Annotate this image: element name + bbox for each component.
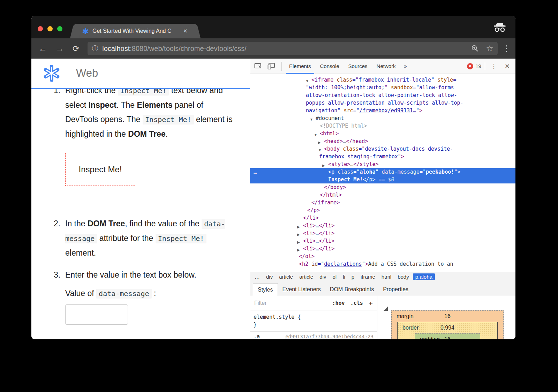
- bookmark-star-icon[interactable]: ☆: [486, 44, 493, 53]
- web-logo-asterisk-icon[interactable]: [43, 65, 60, 82]
- code-token: <style>: [328, 161, 350, 167]
- sidebar-tab-styles[interactable]: Styles: [253, 283, 278, 296]
- error-count[interactable]: 19: [475, 63, 481, 69]
- breadcrumb-item[interactable]: body: [395, 273, 412, 280]
- zoom-icon[interactable]: [471, 45, 479, 52]
- text: Right-click the: [65, 89, 118, 95]
- browser-tab[interactable]: Get Started With Viewing And C ✕: [76, 24, 195, 38]
- dom-node[interactable]: popups allow-presentation allow-scripts …: [250, 99, 515, 107]
- dom-node[interactable]: ▼#document: [250, 114, 515, 122]
- css-rule-row[interactable]: .a ed99131a7f77ba4…94e1bed4c44:23: [250, 332, 377, 339]
- breadcrumb-item[interactable]: p: [349, 273, 357, 280]
- breadcrumb-item[interactable]: iframe: [358, 273, 378, 280]
- dom-node[interactable]: <h2 id="declarations">Add a CSS declarat…: [250, 260, 515, 268]
- error-badge-icon[interactable]: ✕: [467, 63, 473, 69]
- inspect-me-box[interactable]: Inspect Me!: [65, 153, 135, 186]
- dom-node[interactable]: framebox staging-framebox">: [250, 153, 515, 160]
- data-message-input[interactable]: [65, 304, 128, 325]
- close-window-button[interactable]: [38, 26, 43, 31]
- breadcrumb-item[interactable]: li: [340, 273, 348, 280]
- zoom-window-button[interactable]: [57, 26, 62, 31]
- more-tabs-chevron[interactable]: »: [400, 63, 410, 69]
- dom-node[interactable]: navigation" src="/framebox/ed99131…">: [250, 107, 515, 114]
- device-toolbar-icon[interactable]: [267, 62, 275, 70]
- tab-network[interactable]: Network: [372, 59, 400, 74]
- toggle-class-button[interactable]: .cls: [350, 300, 363, 306]
- breadcrumb-item[interactable]: article: [297, 273, 316, 280]
- dom-node[interactable]: ▼<iframe class="framebox inherit-locale"…: [250, 76, 515, 84]
- text: Value of: [65, 289, 96, 298]
- dom-node[interactable]: "width: 100%;height:auto;" sandbox="allo…: [250, 84, 515, 91]
- code-token: aloha: [360, 169, 375, 175]
- url-field[interactable]: ⓘ localhost:8080/web/tools/chrome-devtoo…: [88, 42, 498, 55]
- dom-node[interactable]: ▶<li>…</li>: [250, 222, 515, 229]
- dom-node[interactable]: </body>: [250, 183, 515, 191]
- code-token: </body>: [324, 184, 346, 190]
- margin-value[interactable]: 16: [392, 313, 503, 319]
- sidebar-tab-event-listeners[interactable]: Event Listeners: [278, 283, 325, 296]
- tab-sources[interactable]: Sources: [344, 59, 372, 74]
- page-info-icon[interactable]: ⓘ: [92, 44, 98, 53]
- url-text[interactable]: localhost:8080/web/tools/chrome-devtools…: [102, 45, 471, 53]
- dom-node[interactable]: ▶<li>…</li>: [250, 229, 515, 237]
- breadcrumb-item[interactable]: …: [252, 273, 262, 280]
- dom-node[interactable]: ▶<li>…</li>: [250, 237, 515, 245]
- rule-selector[interactable]: .a: [254, 333, 260, 339]
- reload-button[interactable]: ⟳: [73, 45, 79, 53]
- browser-window: Get Started With Viewing And C ✕ ← → ⟳ ⓘ…: [31, 16, 515, 339]
- toolbar-divider: [281, 62, 282, 71]
- step-text: Right-click the Inspect Me! text below a…: [65, 89, 237, 186]
- dom-node[interactable]: </ol>: [250, 252, 515, 260]
- code-token: id: [311, 261, 318, 267]
- dom-node[interactable]: </li>: [250, 214, 515, 222]
- site-brand[interactable]: Web: [76, 67, 98, 80]
- element-style-rule[interactable]: element.style { }: [250, 310, 377, 332]
- border-value[interactable]: 0.994: [398, 325, 497, 331]
- dom-node[interactable]: <!DOCTYPE html>: [250, 122, 515, 130]
- steps-list: 1.Right-click the Inspect Me! text below…: [54, 89, 239, 325]
- tab-console[interactable]: Console: [316, 59, 344, 74]
- dom-node[interactable]: ▶<li>…</li>: [250, 245, 515, 252]
- devtools-toolbar: ElementsConsoleSourcesNetwork » ✕ 19 ⋮ ✕: [250, 59, 515, 74]
- breadcrumb-item[interactable]: ol: [330, 273, 339, 280]
- dom-node-selected[interactable]: Inspect Me!</p> == $0: [250, 176, 515, 183]
- padding-value[interactable]: 16: [415, 336, 480, 339]
- inspect-me-text: Inspect Me!: [78, 162, 122, 176]
- breadcrumb-item[interactable]: article: [277, 273, 295, 280]
- breadcrumb-item[interactable]: p.aloha: [413, 273, 435, 280]
- tab-elements[interactable]: Elements: [285, 59, 316, 74]
- box-model-padding[interactable]: padding 16: [415, 333, 480, 339]
- box-model-border[interactable]: border 0.994 padding 16: [397, 322, 498, 339]
- dom-node[interactable]: </p>: [250, 206, 515, 214]
- breadcrumb-item[interactable]: div: [264, 273, 275, 280]
- toggle-hover-button[interactable]: :hov: [332, 300, 345, 306]
- styles-filter-input[interactable]: Filter: [254, 300, 326, 306]
- dom-node[interactable]: ▶<style>…</style>: [250, 160, 515, 168]
- dom-node-selected[interactable]: …<p class="aloha" data-message="peekaboo…: [250, 168, 515, 176]
- code-token: </p>: [363, 176, 375, 183]
- selected-node-ellipsis-icon[interactable]: …: [254, 168, 257, 176]
- dom-node[interactable]: ▼<html>: [250, 130, 515, 137]
- devtools-menu-icon[interactable]: ⋮: [489, 62, 499, 70]
- new-style-rule-button[interactable]: +: [369, 300, 373, 307]
- dom-node[interactable]: ▼<body class="devsite-layout-docs devsit…: [250, 145, 515, 153]
- box-model-margin[interactable]: margin 16 border 0.994 padding: [391, 310, 504, 339]
- devtools-close-icon[interactable]: ✕: [503, 62, 512, 70]
- breadcrumb-item[interactable]: html: [379, 273, 394, 280]
- breadcrumb-item[interactable]: div: [317, 273, 329, 280]
- sidebar-tab-dom-breakpoints[interactable]: DOM Breakpoints: [325, 283, 378, 296]
- browser-menu-icon[interactable]: ⋮: [503, 44, 511, 53]
- minimize-window-button[interactable]: [47, 26, 53, 31]
- inspect-element-icon[interactable]: [254, 62, 262, 70]
- forward-button[interactable]: →: [55, 44, 64, 53]
- rule-source-link[interactable]: ed99131a7f77ba4…94e1bed4c44:23: [285, 334, 374, 339]
- dom-node[interactable]: allow-orientation-lock allow-pointer-loc…: [250, 91, 515, 99]
- dom-node[interactable]: ▶<head>…</head>: [250, 137, 515, 145]
- back-button[interactable]: ←: [38, 44, 47, 53]
- tab-close-icon[interactable]: ✕: [183, 28, 188, 34]
- element-style-open[interactable]: element.style {: [254, 313, 374, 321]
- dom-node[interactable]: </html>: [250, 191, 515, 199]
- sidebar-tab-properties[interactable]: Properties: [378, 283, 413, 296]
- dom-node[interactable]: </iframe>: [250, 199, 515, 206]
- code-token: =": [353, 107, 359, 114]
